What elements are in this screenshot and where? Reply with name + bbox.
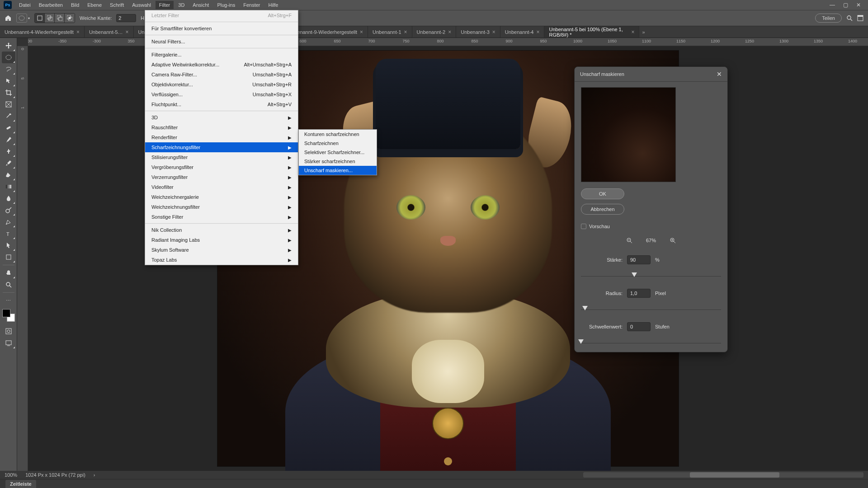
doc-tab-active[interactable]: Unbenannt-5 bei 100% (Ebene 1, RGB/8#) *…	[544, 26, 639, 38]
menu-group-distort[interactable]: Verzerrungsfilter▶	[145, 172, 298, 182]
menu-liquify[interactable]: Verflüssigen...Umschalt+Strg+X	[145, 89, 298, 99]
color-swatches[interactable]	[2, 309, 15, 322]
dodge-tool[interactable]	[2, 204, 15, 216]
submenu-unsharp-mask[interactable]: Unscharf maskieren...	[299, 166, 377, 175]
menu-plugin-skylum[interactable]: Skylum Software▶	[145, 245, 298, 255]
zoom-tool[interactable]	[2, 279, 15, 291]
frame-tool[interactable]	[2, 99, 15, 110]
menu-group-blur-gallery[interactable]: Weichzeichnergalerie▶	[145, 192, 298, 202]
doc-tab[interactable]: Unbenannt-4-Wiederhergestellt×	[0, 26, 85, 38]
menu-group-3d[interactable]: 3D▶	[145, 113, 298, 122]
selection-new-button[interactable]	[35, 14, 45, 23]
radius-input[interactable]	[627, 289, 651, 298]
menu-3d[interactable]: 3D	[175, 1, 188, 9]
menu-lens-correction[interactable]: Objektivkorrektur...Umschalt+Strg+R	[145, 80, 298, 89]
threshold-slider[interactable]	[581, 338, 721, 344]
marquee-tool[interactable]	[2, 52, 15, 63]
scrollbar-thumb[interactable]	[690, 472, 779, 478]
tab-close-icon[interactable]: ×	[76, 29, 80, 35]
submenu-sharpen[interactable]: Scharfzeichnen	[299, 139, 377, 148]
menu-plugins[interactable]: Plug-ins	[213, 1, 239, 9]
dialog-preview[interactable]	[581, 87, 676, 182]
zoom-in-icon[interactable]	[670, 237, 676, 244]
radius-slider[interactable]	[581, 305, 721, 310]
shape-tool[interactable]	[2, 251, 15, 263]
menu-plugin-nik[interactable]: Nik Collection▶	[145, 225, 298, 235]
menu-datei[interactable]: Datei	[15, 1, 34, 9]
edit-toolbar-icon[interactable]: ⋯	[2, 295, 15, 306]
tab-overflow-icon[interactable]: »	[639, 26, 647, 38]
menu-group-sharpen[interactable]: Scharfzeichnungsfilter▶	[145, 142, 298, 152]
close-icon[interactable]: ✕	[856, 2, 861, 8]
eraser-tool[interactable]	[2, 169, 15, 181]
type-tool[interactable]: T	[2, 228, 15, 239]
ok-button[interactable]: OK	[581, 188, 624, 199]
pen-tool[interactable]	[2, 216, 15, 228]
dialog-close-icon[interactable]: ✕	[717, 70, 722, 78]
zoom-out-icon[interactable]	[626, 237, 632, 244]
screenmode-icon[interactable]	[2, 337, 15, 349]
foreground-swatch[interactable]	[2, 309, 10, 317]
quickmask-icon[interactable]	[2, 325, 15, 337]
tab-close-icon[interactable]: ×	[360, 29, 363, 35]
tool-preset-icon[interactable]	[16, 14, 27, 23]
horizontal-scrollbar[interactable]	[583, 472, 863, 478]
doc-tab[interactable]: Unbenannt-1×	[368, 26, 412, 38]
menu-filter[interactable]: Filter	[156, 1, 174, 9]
healing-tool[interactable]	[2, 122, 15, 134]
brush-tool[interactable]	[2, 134, 15, 145]
menu-adaptive-wide[interactable]: Adaptive Weitwinkelkorrektur...Alt+Umsch…	[145, 60, 298, 70]
cancel-button[interactable]: Abbrechen	[581, 204, 624, 215]
menu-group-pixelate[interactable]: Vergröberungsfilter▶	[145, 162, 298, 172]
tab-close-icon[interactable]: ×	[631, 29, 634, 35]
preview-checkbox-row[interactable]: Vorschau	[581, 224, 624, 229]
tab-close-icon[interactable]: ×	[536, 29, 539, 35]
status-arrow-icon[interactable]: ›	[94, 472, 95, 478]
selection-intersect-button[interactable]	[65, 14, 75, 23]
move-tool[interactable]	[2, 40, 15, 52]
menu-plugin-radiant[interactable]: Radiant Imaging Labs▶	[145, 235, 298, 245]
submenu-smart-sharpen[interactable]: Selektiver Scharfzeichner...	[299, 148, 377, 157]
amount-input[interactable]	[627, 255, 651, 264]
tab-close-icon[interactable]: ×	[404, 29, 407, 35]
doc-tab[interactable]: Unbenannt-5…×	[85, 26, 134, 38]
crop-tool[interactable]	[2, 87, 15, 99]
selection-subtract-button[interactable]	[55, 14, 65, 23]
tab-close-icon[interactable]: ×	[126, 29, 129, 35]
eyedropper-tool[interactable]	[2, 110, 15, 122]
path-select-tool[interactable]	[2, 239, 15, 251]
menu-group-stylize[interactable]: Stilisierungsfilter▶	[145, 152, 298, 162]
menu-fenster[interactable]: Fenster	[240, 1, 264, 9]
amount-slider[interactable]	[581, 272, 721, 277]
chevron-down-icon[interactable]: ▾	[28, 16, 30, 20]
menu-schrift[interactable]: Schrift	[106, 1, 127, 9]
maximize-icon[interactable]: ▢	[843, 2, 848, 8]
menu-auswahl[interactable]: Auswahl	[128, 1, 155, 9]
selection-add-button[interactable]	[45, 14, 55, 23]
dialog-titlebar[interactable]: Unscharf maskieren ✕	[575, 67, 727, 82]
doc-tab[interactable]: Unbenannt-2×	[412, 26, 457, 38]
menu-bearbeiten[interactable]: Bearbeiten	[35, 1, 66, 9]
submenu-sharpen-more[interactable]: Stärker scharfzeichnen	[299, 157, 377, 166]
submenu-sharpen-edges[interactable]: Konturen scharfzeichnen	[299, 130, 377, 139]
menu-convert-smart[interactable]: Für Smartfilter konvertieren	[145, 23, 298, 33]
menu-group-other[interactable]: Sonstige Filter▶	[145, 212, 298, 222]
selection-tool[interactable]	[2, 75, 15, 87]
menu-group-render[interactable]: Renderfilter▶	[145, 132, 298, 142]
menu-group-video[interactable]: Videofilter▶	[145, 182, 298, 192]
search-icon[interactable]	[846, 15, 853, 21]
menu-bild[interactable]: Bild	[67, 1, 83, 9]
menu-group-noise[interactable]: Rauschfilter▶	[145, 122, 298, 132]
home-icon[interactable]	[5, 14, 12, 22]
timeline-tab[interactable]: Zeitleiste	[5, 480, 36, 488]
blur-tool[interactable]	[2, 192, 15, 204]
status-zoom[interactable]: 100%	[5, 472, 17, 478]
tab-close-icon[interactable]: ×	[448, 29, 451, 35]
menu-camera-raw[interactable]: Camera Raw-Filter...Umschalt+Strg+A	[145, 70, 298, 80]
gradient-tool[interactable]	[2, 181, 15, 192]
menu-ebene[interactable]: Ebene	[84, 1, 105, 9]
menu-ansicht[interactable]: Ansicht	[189, 1, 212, 9]
menu-hilfe[interactable]: Hilfe	[264, 1, 282, 9]
workspace-icon[interactable]	[857, 15, 863, 21]
feather-input[interactable]	[116, 14, 136, 22]
